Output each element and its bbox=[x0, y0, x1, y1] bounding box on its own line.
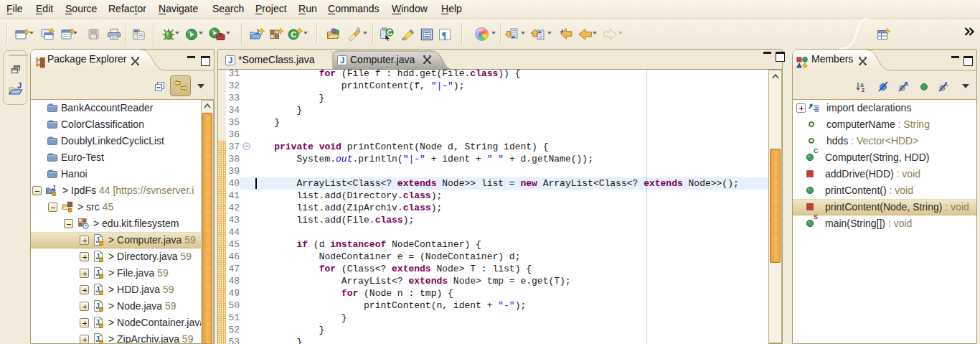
svg-text:z: z bbox=[862, 86, 864, 93]
svg-text:C: C bbox=[291, 30, 297, 39]
svg-text:S: S bbox=[814, 213, 818, 220]
svg-text:J: J bbox=[255, 28, 259, 35]
svg-text:¶: ¶ bbox=[442, 29, 447, 40]
svg-text:C: C bbox=[814, 147, 819, 154]
svg-text:J: J bbox=[17, 81, 22, 90]
